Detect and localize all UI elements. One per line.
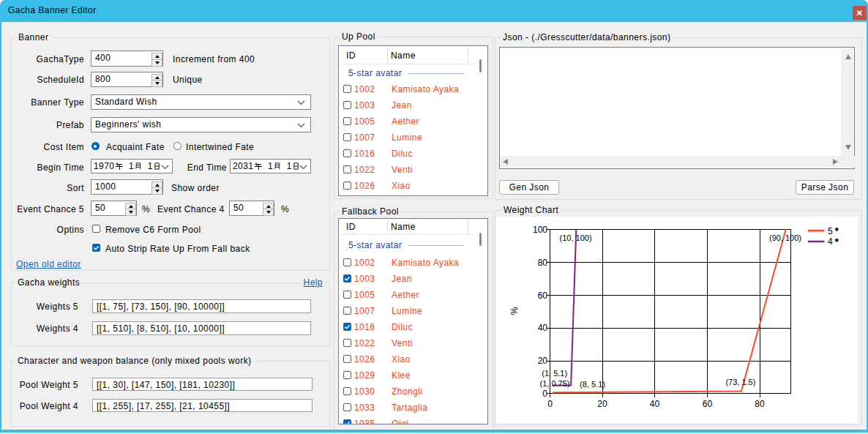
- svg-text:80: 80: [538, 258, 548, 268]
- svg-text:0: 0: [542, 389, 547, 399]
- svg-text:(90, 100): (90, 100): [769, 233, 801, 242]
- svg-text:(10, 100): (10, 100): [560, 233, 592, 242]
- svg-text:60: 60: [538, 291, 548, 301]
- svg-text:(1, 5.1): (1, 5.1): [542, 369, 567, 378]
- svg-text:5: 5: [828, 226, 833, 236]
- svg-text:40: 40: [538, 323, 548, 333]
- svg-text:(73, 1.5): (73, 1.5): [725, 378, 755, 386]
- svg-text:%: %: [509, 307, 520, 315]
- svg-text:(8, 5.1): (8, 5.1): [580, 380, 605, 389]
- svg-text:100: 100: [533, 225, 547, 235]
- svg-text:20: 20: [597, 399, 607, 409]
- svg-text:20: 20: [538, 356, 548, 366]
- svg-text:80: 80: [755, 399, 765, 409]
- svg-text:0: 0: [547, 399, 553, 409]
- svg-text:4: 4: [828, 236, 833, 247]
- svg-text:(1, 0.75): (1, 0.75): [540, 379, 570, 388]
- svg-text:60: 60: [703, 399, 713, 409]
- svg-text:40: 40: [650, 399, 660, 409]
